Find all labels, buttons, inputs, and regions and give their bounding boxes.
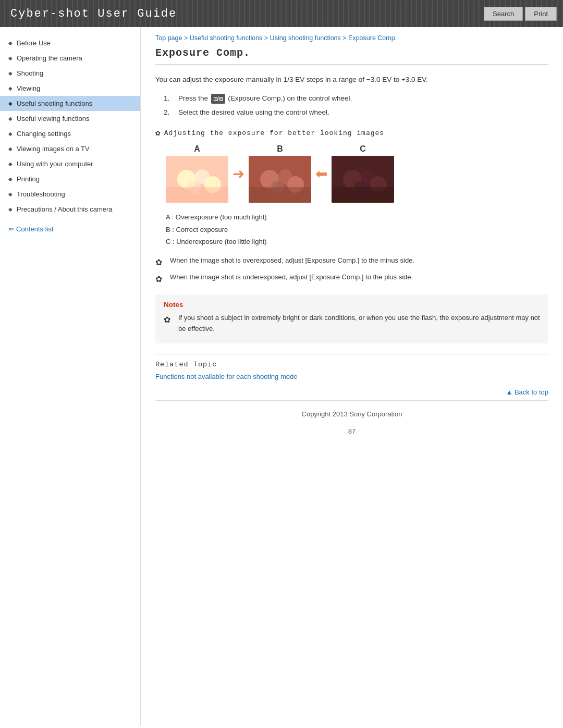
tip-icon: ✿ bbox=[155, 128, 161, 138]
breadcrumb-using-shooting[interactable]: Using shooting functions bbox=[270, 34, 341, 42]
image-b bbox=[249, 156, 311, 203]
notes-box: Notes ✿ If you shoot a subject in extrem… bbox=[155, 294, 548, 344]
sidebar-item-label: Troubleshooting bbox=[17, 190, 65, 198]
bullet-icon: ◆ bbox=[8, 176, 13, 182]
bullet-1: ✿ When the image shot is overexposed, ad… bbox=[155, 255, 548, 269]
image-a-svg bbox=[166, 156, 228, 203]
sidebar-item-label: Useful viewing functions bbox=[17, 115, 89, 122]
image-b-svg bbox=[249, 156, 311, 203]
sidebar-item-label: Operating the camera bbox=[17, 54, 82, 62]
image-b-box: B bbox=[249, 144, 311, 203]
arrow-left-icon: ⬅ bbox=[315, 165, 327, 182]
sidebar-item-11[interactable]: ◆Precautions / About this camera bbox=[0, 202, 140, 217]
arrow-right-icon: ➜ bbox=[232, 165, 244, 182]
related-link-1[interactable]: Functions not available for each shootin… bbox=[155, 373, 548, 380]
sidebar-item-label: Viewing images on a TV bbox=[17, 145, 90, 153]
header-buttons: Search Print bbox=[484, 0, 563, 27]
intro-text: You can adjust the exposure manually in … bbox=[155, 74, 548, 85]
step-2: 2. Select the desired value using the co… bbox=[164, 107, 548, 119]
image-a-box: A bbox=[166, 144, 228, 203]
related-topic: Related Topic Functions not available fo… bbox=[155, 354, 548, 380]
image-c-label: C bbox=[332, 144, 394, 154]
sidebar-item-0[interactable]: ◆Before Use bbox=[0, 35, 140, 51]
search-button[interactable]: Search bbox=[484, 7, 523, 21]
sidebar-item-9[interactable]: ◆Printing bbox=[0, 171, 140, 187]
image-a bbox=[166, 156, 228, 203]
image-compare: A ➜ B bbox=[166, 144, 548, 203]
app-title: Cyber-shot User Guide bbox=[0, 0, 187, 27]
steps-list: 1. Press the ⊡/⊟ (Exposure Comp.) on the… bbox=[164, 93, 548, 119]
bullet-icon: ◆ bbox=[8, 131, 13, 137]
breadcrumb-current[interactable]: Exposure Comp. bbox=[348, 34, 397, 42]
image-b-label: B bbox=[249, 144, 311, 154]
bullet-icon: ◆ bbox=[8, 85, 13, 91]
sidebar-item-label: Useful shooting functions bbox=[17, 100, 92, 107]
footer: Copyright 2013 Sony Corporation bbox=[155, 400, 548, 422]
tip-title-text: Adjusting the exposure for better lookin… bbox=[164, 129, 384, 137]
caption-b: B : Correct exposure bbox=[166, 224, 548, 236]
bullet-icon: ◆ bbox=[8, 191, 13, 197]
bullet-1-text: When the image shot is overexposed, adju… bbox=[170, 255, 414, 266]
tip-title: ✿ Adjusting the exposure for better look… bbox=[155, 128, 548, 138]
notes-bullet-1: ✿ If you shoot a subject in extremely br… bbox=[164, 313, 540, 335]
sidebar-item-6[interactable]: ◆Changing settings bbox=[0, 126, 140, 141]
bullet-icon: ◆ bbox=[8, 206, 13, 212]
sidebar-item-label: Printing bbox=[17, 175, 40, 183]
notes-bullet-1-icon: ✿ bbox=[164, 313, 174, 327]
breadcrumb-useful-shooting[interactable]: Useful shooting functions bbox=[190, 34, 263, 42]
sidebar-item-label: Using with your computer bbox=[17, 160, 93, 168]
sidebar-item-5[interactable]: ◆Useful viewing functions bbox=[0, 111, 140, 126]
back-to-top-link[interactable]: ▲ Back to top bbox=[506, 388, 548, 396]
print-button[interactable]: Print bbox=[525, 7, 557, 21]
bullet-icon: ◆ bbox=[8, 146, 13, 152]
sidebar-item-label: Viewing bbox=[17, 84, 40, 92]
notes-bullet-1-text: If you shoot a subject in extremely brig… bbox=[178, 313, 540, 335]
breadcrumb-sep1: > bbox=[182, 34, 189, 42]
sidebar-item-7[interactable]: ◆Viewing images on a TV bbox=[0, 141, 140, 156]
sidebar-item-label: Shooting bbox=[17, 69, 43, 77]
sidebar-item-4[interactable]: ◆Useful shooting functions bbox=[0, 96, 140, 111]
captions: A : Overexposure (too much light) B : Co… bbox=[166, 211, 548, 248]
image-c-svg bbox=[332, 156, 394, 203]
sidebar: ◆Before Use◆Operating the camera◆Shootin… bbox=[0, 27, 141, 725]
bullet-icon: ◆ bbox=[8, 70, 13, 76]
caption-c: C : Underexposure (too little light) bbox=[166, 236, 548, 248]
bullet-2-icon: ✿ bbox=[155, 273, 166, 286]
bullet-1-icon: ✿ bbox=[155, 256, 166, 269]
bullet-2: ✿ When the image shot is underexposed, a… bbox=[155, 272, 548, 286]
related-topic-title: Related Topic bbox=[155, 361, 548, 368]
sidebar-item-1[interactable]: ◆Operating the camera bbox=[0, 51, 140, 66]
breadcrumb-sep3: > bbox=[341, 34, 348, 42]
sidebar-item-8[interactable]: ◆Using with your computer bbox=[0, 156, 140, 171]
bullet-icon: ◆ bbox=[8, 55, 13, 61]
copyright-text: Copyright 2013 Sony Corporation bbox=[302, 410, 402, 418]
bullet-2-text: When the image shot is underexposed, adj… bbox=[170, 272, 413, 283]
image-c-box: C bbox=[332, 144, 394, 203]
arrow-icon: ⇐ bbox=[8, 225, 14, 233]
sidebar-item-label: Changing settings bbox=[17, 130, 71, 138]
breadcrumb-sep2: > bbox=[262, 34, 270, 42]
sidebar-nav: ◆Before Use◆Operating the camera◆Shootin… bbox=[0, 35, 140, 217]
svg-rect-5 bbox=[166, 187, 228, 203]
svg-rect-11 bbox=[249, 187, 311, 203]
sidebar-item-2[interactable]: ◆Shooting bbox=[0, 66, 140, 81]
step-1-num: 1. bbox=[164, 93, 174, 105]
sidebar-item-10[interactable]: ◆Troubleshooting bbox=[0, 187, 140, 202]
caption-a: A : Overexposure (too much light) bbox=[166, 211, 548, 223]
bullet-icon: ◆ bbox=[8, 116, 13, 121]
sidebar-item-3[interactable]: ◆Viewing bbox=[0, 81, 140, 96]
svg-rect-17 bbox=[332, 187, 394, 203]
step-1: 1. Press the ⊡/⊟ (Exposure Comp.) on the… bbox=[164, 93, 548, 105]
page-number: 87 bbox=[155, 422, 548, 440]
sidebar-item-label: Before Use bbox=[17, 39, 51, 47]
step-1-text: Press the ⊡/⊟ (Exposure Comp.) on the co… bbox=[178, 93, 352, 105]
page-title: Exposure Comp. bbox=[155, 47, 548, 65]
header: Cyber-shot User Guide Search Print bbox=[0, 0, 563, 27]
image-c bbox=[332, 156, 394, 203]
breadcrumb: Top page > Useful shooting functions > U… bbox=[155, 27, 548, 47]
tip-section: ✿ Adjusting the exposure for better look… bbox=[155, 128, 548, 286]
image-a-label: A bbox=[166, 144, 228, 154]
contents-list-link[interactable]: ⇐ Contents list bbox=[0, 217, 140, 233]
main-content: Top page > Useful shooting functions > U… bbox=[141, 27, 563, 455]
breadcrumb-top[interactable]: Top page bbox=[155, 34, 182, 42]
